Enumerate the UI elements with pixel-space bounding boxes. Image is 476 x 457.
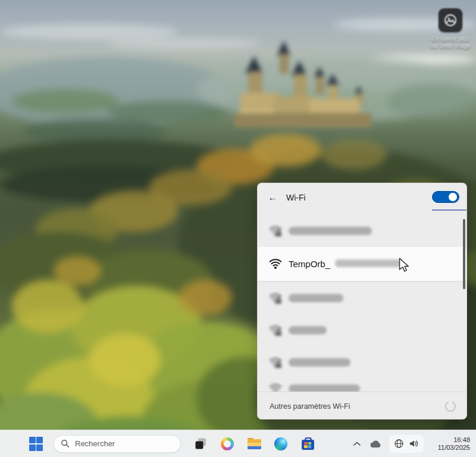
redacted-network-name-suffix	[335, 259, 402, 267]
copilot-icon	[221, 437, 234, 450]
refresh-icon[interactable]	[444, 400, 457, 413]
spotlight-desktop-icon[interactable]: En savoir plus sur cette image	[424, 8, 476, 50]
taskbar: Rechercher	[0, 430, 476, 457]
task-view-icon	[195, 437, 207, 450]
wifi-lock-icon	[268, 355, 283, 370]
search-input[interactable]: Rechercher	[54, 435, 181, 453]
redacted-network-name	[289, 326, 327, 334]
wallpaper-shape	[250, 134, 321, 167]
wifi-panel-title: Wi-Fi	[286, 193, 306, 202]
wallpaper-shape	[387, 83, 476, 119]
wallpaper-shape	[321, 140, 387, 170]
task-view-button[interactable]	[193, 437, 208, 451]
wifi-flyout-panel: ← Wi-Fi TempOrb_	[257, 183, 467, 420]
wifi-icon	[268, 256, 283, 271]
edge-button[interactable]	[274, 437, 288, 451]
wallpaper-shape	[107, 101, 226, 123]
wallpaper-shape	[12, 280, 83, 333]
microsoft-store-button[interactable]	[300, 437, 315, 451]
mouse-cursor	[399, 258, 409, 272]
wallpaper-shape	[0, 24, 178, 39]
search-icon	[61, 439, 70, 448]
file-explorer-button[interactable]	[247, 437, 261, 451]
windows-logo-icon	[29, 437, 43, 450]
clock-date: 11/03/2025	[431, 444, 470, 452]
back-arrow-icon: ←	[268, 192, 277, 202]
clock-time: 16:48	[431, 436, 470, 444]
wifi-network-row[interactable]	[258, 215, 466, 247]
speaker-icon	[409, 439, 419, 449]
wifi-more-settings[interactable]: Autres paramètres Wi-Fi	[258, 392, 466, 420]
castle-wallpaper-subject	[232, 40, 381, 136]
wifi-network-name: TempOrb_	[289, 259, 330, 269]
wifi-network-row[interactable]	[258, 314, 466, 346]
edge-browser-icon	[274, 437, 287, 450]
spotlight-picture-icon	[439, 8, 462, 32]
chevron-up-icon	[353, 442, 361, 446]
wifi-network-row-selected[interactable]: TempOrb_	[258, 247, 466, 281]
wifi-toggle-knob	[449, 193, 457, 201]
wallpaper-shape	[24, 119, 167, 143]
wifi-more-settings-label: Autres paramètres Wi-Fi	[270, 402, 350, 411]
wifi-lock-icon	[268, 224, 283, 238]
spotlight-label-line1: En savoir plus	[424, 36, 476, 43]
wallpaper-shape	[12, 89, 119, 113]
cloud-icon	[369, 440, 382, 448]
system-tray-button[interactable]	[389, 435, 424, 453]
wallpaper-shape	[178, 280, 232, 315]
wifi-toggle[interactable]	[432, 191, 459, 203]
copilot-button[interactable]	[220, 437, 234, 451]
start-button[interactable]	[27, 436, 44, 452]
onedrive-button[interactable]	[369, 437, 382, 451]
back-button[interactable]: ←	[264, 189, 281, 205]
wallpaper-shape	[89, 333, 161, 387]
wifi-lock-icon	[268, 291, 283, 305]
redacted-network-name	[289, 227, 372, 235]
search-placeholder: Rechercher	[75, 439, 115, 448]
file-explorer-icon	[248, 438, 261, 449]
redacted-network-name	[289, 294, 343, 302]
spotlight-label-line2: sur cette image	[424, 43, 476, 50]
tray-overflow-button[interactable]	[352, 437, 362, 451]
network-globe-icon	[394, 439, 404, 449]
wallpaper-shape	[54, 256, 101, 286]
wifi-lock-icon	[268, 323, 283, 337]
wifi-network-row[interactable]	[258, 346, 466, 378]
microsoft-store-icon	[302, 440, 314, 450]
wifi-list-scrollbar[interactable]	[463, 219, 465, 289]
taskbar-clock[interactable]: 16:48 11/03/2025	[431, 436, 470, 452]
wifi-network-row[interactable]	[258, 282, 466, 314]
toggle-accent-underline	[432, 209, 466, 211]
redacted-network-name	[289, 358, 350, 367]
